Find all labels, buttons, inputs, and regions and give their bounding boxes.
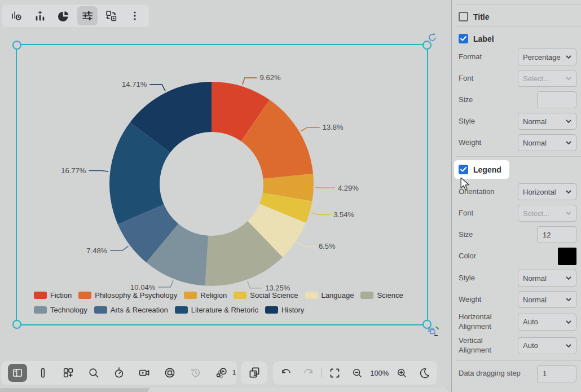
zoom-out-icon xyxy=(351,367,363,378)
data-sync-badge-icon[interactable] xyxy=(428,325,439,337)
swap-chart-button[interactable] xyxy=(101,6,121,25)
loop-record-button[interactable] xyxy=(160,364,179,382)
legend-item-social-science[interactable]: Social Science xyxy=(234,291,298,299)
field-label: Style xyxy=(459,274,518,283)
present-icon xyxy=(214,367,227,380)
chart-history-button[interactable] xyxy=(6,6,27,25)
size-input[interactable] xyxy=(537,91,576,108)
font-select[interactable]: Select... xyxy=(518,70,576,87)
panel-row-style: StyleNormal xyxy=(459,270,576,287)
pie-chart-button[interactable] xyxy=(54,6,74,25)
timer-button[interactable] xyxy=(109,364,129,382)
field-label: Weight xyxy=(459,295,518,305)
field-label: Data dragging step xyxy=(459,369,537,378)
input-value: 12 xyxy=(543,231,551,239)
resize-handle-bottom-left[interactable] xyxy=(12,320,21,329)
select-value: Normal xyxy=(523,274,547,283)
panel-row-weight: WeightNormal xyxy=(459,134,576,151)
legend-swatch xyxy=(234,292,247,299)
undo-button[interactable] xyxy=(276,364,296,382)
title-checkbox[interactable] xyxy=(459,12,468,21)
more-options-button[interactable] xyxy=(125,6,145,25)
chevron-down-icon xyxy=(566,276,571,280)
field-label: Orientation xyxy=(459,187,518,197)
size-input[interactable]: 12 xyxy=(537,226,576,243)
panel-row-size: Size12 xyxy=(459,226,576,243)
check-icon xyxy=(460,167,466,172)
undo-icon xyxy=(280,367,292,379)
legend-label: Science xyxy=(377,291,403,299)
legend-checkbox-label: Legend xyxy=(473,165,501,174)
weight-select[interactable]: Normal xyxy=(518,291,576,308)
fit-screen-button[interactable] xyxy=(325,364,344,382)
zoom-out-button[interactable] xyxy=(347,364,367,382)
font-select[interactable]: Select... xyxy=(518,205,576,222)
legend-item-literature-rhetoric[interactable]: Literature & Rhetoric xyxy=(175,306,258,314)
zoom-in-button[interactable] xyxy=(392,364,411,382)
field-label: Format xyxy=(459,52,518,62)
zoom-level: 100% xyxy=(370,369,389,377)
legend-label: Literature & Rhetoric xyxy=(191,306,258,314)
color-swatch[interactable] xyxy=(558,248,576,265)
legend-item-history[interactable]: History xyxy=(265,306,304,314)
zoom-in-icon xyxy=(396,367,407,378)
rotate-handle-icon[interactable] xyxy=(428,33,437,42)
add-chart-button[interactable] xyxy=(30,6,50,25)
legend-item-language[interactable]: Language xyxy=(305,291,354,299)
legend-label: Technology xyxy=(50,306,87,314)
label-checkbox[interactable] xyxy=(459,34,468,43)
vertical-alignment-select[interactable]: Auto xyxy=(518,337,576,354)
present-button[interactable] xyxy=(211,364,230,382)
add-chart-icon xyxy=(34,10,46,22)
legend-item-religion[interactable]: Religion xyxy=(184,291,227,299)
select-value: Auto xyxy=(523,318,538,326)
slice-label: 10.04% xyxy=(130,283,156,292)
chevron-down-icon xyxy=(566,320,571,324)
screen-record-button[interactable] xyxy=(135,364,154,382)
horizontal-alignment-select[interactable]: Auto xyxy=(518,314,576,331)
app-window: 9.62%13.8%4.29%3.54%6.5%13.25%10.04%7.48… xyxy=(0,0,581,392)
legend-item-science[interactable]: Science xyxy=(360,291,403,299)
field-label: Font xyxy=(459,74,518,83)
weight-select[interactable]: Normal xyxy=(518,134,576,151)
legend-item-technology[interactable]: Technology xyxy=(34,306,87,314)
panel-row-style: StyleNormal xyxy=(459,113,576,130)
section-divider xyxy=(456,156,581,157)
legend-item-arts-recreation[interactable]: Arts & Recreation xyxy=(94,306,168,314)
resize-handle-top-left[interactable] xyxy=(12,41,21,50)
settings-sliders-button[interactable] xyxy=(77,6,98,25)
pages-button[interactable]: 1 xyxy=(241,362,267,384)
legend-checkbox-row[interactable]: Legend xyxy=(459,160,576,179)
label-checkbox-row[interactable]: Label xyxy=(459,34,576,43)
style-select[interactable]: Normal xyxy=(518,113,576,130)
format-select[interactable]: Percentage xyxy=(518,49,576,65)
field-label: Vertical Alignment xyxy=(459,336,518,355)
slice-label: 14.71% xyxy=(122,80,147,89)
select-value: Normal xyxy=(523,296,547,304)
select-value: Percentage xyxy=(523,53,561,61)
pages-icon: 1 xyxy=(248,366,261,380)
chevron-down-icon xyxy=(566,212,571,215)
add-widget-button[interactable] xyxy=(59,364,78,382)
search-icon xyxy=(87,367,100,379)
panel-toggle-button[interactable] xyxy=(8,364,27,382)
field-label: Font xyxy=(459,209,518,218)
field-label: Size xyxy=(459,230,537,240)
search-button[interactable] xyxy=(84,364,103,382)
ruler-button[interactable] xyxy=(33,364,52,382)
legend-checkbox[interactable] xyxy=(459,165,468,174)
redo-button[interactable] xyxy=(299,364,318,382)
legend-item-philosophy-psychology[interactable]: Philosophy & Psychology xyxy=(78,291,177,299)
history-button[interactable] xyxy=(186,364,205,382)
legend-swatch xyxy=(305,292,318,299)
orientation-select[interactable]: Horizontal xyxy=(518,183,576,200)
legend-item-fiction[interactable]: Fiction xyxy=(34,291,72,299)
title-checkbox-row[interactable]: Title xyxy=(459,12,576,21)
chevron-down-icon xyxy=(566,344,571,347)
label-line xyxy=(89,171,108,172)
style-select[interactable]: Normal xyxy=(518,270,576,287)
data-dragging-step-input[interactable]: 1 xyxy=(537,365,576,382)
dark-mode-button[interactable] xyxy=(415,364,434,382)
panel-row-orientation: OrientationHorizontal xyxy=(459,183,576,200)
label-line xyxy=(311,213,331,215)
